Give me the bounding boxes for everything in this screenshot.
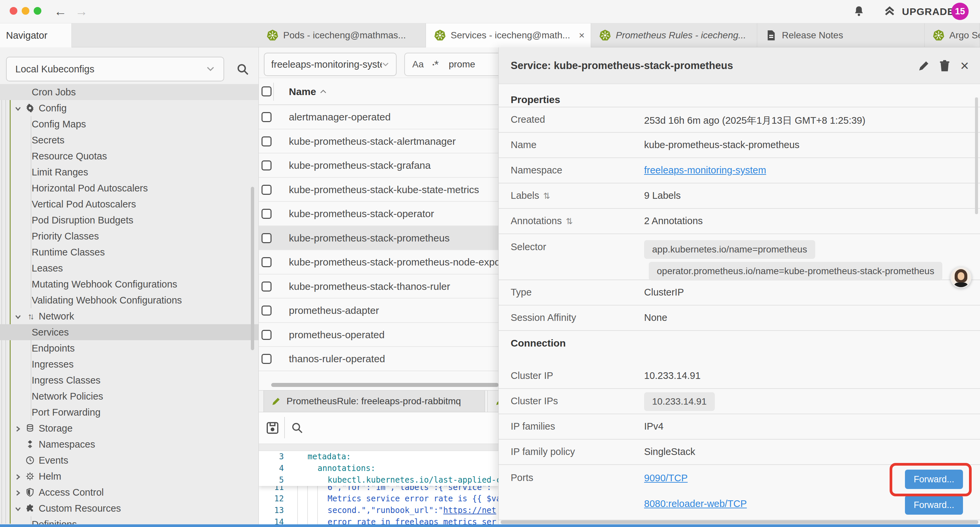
editor-search-icon[interactable]	[291, 422, 304, 436]
sidebar-item-priority-classes[interactable]: Priority Classes	[0, 228, 259, 244]
port-link[interactable]: 8080:reloader-web/TCP	[644, 498, 747, 509]
row-checkbox[interactable]	[261, 233, 272, 243]
notification-badge[interactable]: 15	[951, 3, 969, 20]
row-checkbox[interactable]	[261, 209, 272, 219]
close-tab-icon[interactable]: ×	[579, 30, 585, 41]
sidebar-item-access-control[interactable]: Access Control	[0, 484, 259, 500]
drawer-scrollbar[interactable]	[975, 97, 978, 214]
sidebar-item-port-forwarding[interactable]: Port Forwarding	[0, 404, 259, 420]
forward-button[interactable]: →	[75, 4, 88, 19]
code-link[interactable]: https://net	[443, 506, 496, 515]
sidebar-item-ingresses[interactable]: Ingresses	[0, 356, 259, 372]
tab-pods[interactable]: Pods - icecheng@mathmas...	[259, 23, 426, 47]
table-row[interactable]: prometheus-adapter	[259, 299, 498, 323]
back-button[interactable]: ←	[54, 4, 67, 19]
row-checkbox[interactable]	[261, 161, 272, 170]
regex-icon[interactable]: ▪*	[432, 58, 439, 71]
table-row[interactable]: kube-prometheus-stack-grafana	[259, 153, 498, 178]
tab-navigator[interactable]: Navigator	[0, 23, 72, 47]
table-row[interactable]: kube-prometheus-stack-operator	[259, 202, 498, 226]
row-checkbox[interactable]	[261, 282, 272, 291]
select-all-checkbox[interactable]	[261, 86, 272, 96]
save-icon[interactable]	[266, 421, 280, 436]
sidebar-item-mutating-webhook-configurations[interactable]: Mutating Webhook Configurations	[0, 276, 259, 292]
chevron-down-icon[interactable]	[14, 312, 22, 320]
sidebar-item-config[interactable]: Config	[0, 100, 259, 116]
edit-pencil-icon[interactable]	[918, 59, 930, 72]
upgrade-icon[interactable]	[883, 5, 896, 18]
sidebar-item-helm[interactable]: Helm	[0, 468, 259, 484]
sidebar-item-pod-disruption-budgets[interactable]: Pod Disruption Budgets	[0, 212, 259, 228]
user-avatar[interactable]	[950, 267, 972, 288]
forward-button[interactable]: Forward...	[905, 495, 963, 515]
namespace-link[interactable]: freeleaps-monitoring-system	[644, 165, 766, 176]
row-checkbox[interactable]	[261, 354, 272, 364]
sidebar-item-horizontal-pod-autoscalers[interactable]: Horizontal Pod Autoscalers	[0, 180, 259, 196]
row-checkbox[interactable]	[261, 185, 272, 195]
row-checkbox[interactable]	[261, 330, 272, 340]
sort-updown-icon[interactable]: ⇅	[543, 191, 550, 201]
sidebar-item-storage[interactable]: Storage	[0, 420, 259, 436]
chevron-down-icon[interactable]	[14, 504, 22, 512]
sidebar-item-namespaces[interactable]: Namespaces	[0, 436, 259, 452]
table-row[interactable]: kube-prometheus-stack-prometheus-node-ex…	[259, 250, 498, 274]
table-row[interactable]: prometheus-operated	[259, 323, 498, 347]
delete-trash-icon[interactable]	[938, 59, 951, 72]
table-row[interactable]: kube-prometheus-stack-prometheus	[259, 226, 498, 250]
match-case-icon[interactable]: Aa	[412, 59, 424, 70]
sidebar-item-vertical-pod-autoscalers[interactable]: Vertical Pod Autoscalers	[0, 196, 259, 212]
name-search-input[interactable]: Aa ▪* prome	[404, 53, 498, 76]
tab-prometheus[interactable]: Prometheus Rules - icecheng...	[591, 23, 757, 47]
sidebar-item-secrets[interactable]: Secrets	[0, 132, 259, 148]
sidebar-scrollbar[interactable]	[251, 187, 254, 350]
sidebar-item-leases[interactable]: Leases	[0, 260, 259, 276]
editor-minimap-strip[interactable]	[259, 444, 498, 451]
name-column-header[interactable]: Name	[289, 78, 316, 105]
drawer-horizontal-scrollbar[interactable]	[501, 520, 978, 524]
sort-asc-icon[interactable]	[320, 89, 327, 94]
sidebar-item-validating-webhook-configurations[interactable]: Validating Webhook Configurations	[0, 292, 259, 308]
sidebar-item-network[interactable]: ↑↓Network	[0, 308, 259, 324]
row-checkbox[interactable]	[261, 257, 272, 267]
table-row[interactable]: kube-prometheus-stack-alertmanager	[259, 129, 498, 154]
bell-icon[interactable]	[853, 5, 865, 18]
row-checkbox[interactable]	[261, 137, 272, 146]
sidebar-item-limit-ranges[interactable]: Limit Ranges	[0, 164, 259, 180]
sidebar-search-icon[interactable]	[236, 63, 250, 77]
sidebar-item-runtime-classes[interactable]: Runtime Classes	[0, 244, 259, 260]
table-row[interactable]: thanos-ruler-operated	[259, 347, 498, 371]
close-window-button[interactable]	[10, 7, 18, 15]
sidebar-item-custom-resources[interactable]: Custom Resources	[0, 500, 259, 516]
sidebar-item-config-maps[interactable]: Config Maps	[0, 116, 259, 132]
row-checkbox[interactable]	[261, 306, 272, 315]
tab-services[interactable]: Services - icecheng@math...×	[426, 23, 591, 47]
editor-tab-partial[interactable]	[487, 390, 498, 412]
chevron-right-icon[interactable]	[14, 488, 22, 496]
sort-updown-icon[interactable]: ⇅	[566, 217, 573, 226]
sidebar-item-endpoints[interactable]: Endpoints	[0, 340, 259, 356]
kubeconfig-selector[interactable]: Local Kubeconfigs	[6, 57, 224, 81]
row-checkbox[interactable]	[261, 112, 272, 122]
table-row[interactable]: kube-prometheus-stack-thanos-ruler	[259, 274, 498, 299]
port-link[interactable]: 9090/TCP	[644, 473, 688, 484]
chevron-right-icon[interactable]	[14, 472, 22, 480]
sidebar-item-cron-jobs[interactable]: Cron Jobs	[0, 84, 259, 100]
tab-argo[interactable]: Argo Se	[924, 23, 980, 47]
sidebar-item-services[interactable]: Services	[0, 324, 259, 340]
editor-tab-prometheusrule[interactable]: PrometheusRule: freeleaps-prod-rabbitmq	[264, 390, 485, 412]
table-row[interactable]: alertmanager-operated	[259, 105, 498, 129]
maximize-window-button[interactable]	[34, 7, 41, 15]
sidebar-item-resource-quotas[interactable]: Resource Quotas	[0, 148, 259, 164]
close-icon[interactable]: ×	[960, 47, 969, 84]
yaml-editor[interactable]: 116","for":"1m","labels":{"service":12Me…	[259, 451, 498, 527]
namespace-filter-selector[interactable]: freeleaps-monitoring-system	[264, 53, 396, 76]
minimize-window-button[interactable]	[22, 7, 29, 15]
sidebar-item-events[interactable]: Events	[0, 452, 259, 468]
upgrade-button[interactable]: UPGRADE	[902, 6, 954, 18]
chevron-right-icon[interactable]	[14, 424, 22, 432]
horizontal-scrollbar[interactable]	[271, 383, 498, 387]
tab-release[interactable]: Release Notes	[757, 23, 924, 47]
sidebar-item-ingress-classes[interactable]: Ingress Classes	[0, 372, 259, 388]
table-row[interactable]: kube-prometheus-stack-kube-state-metrics	[259, 178, 498, 202]
sidebar-item-network-policies[interactable]: Network Policies	[0, 388, 259, 404]
